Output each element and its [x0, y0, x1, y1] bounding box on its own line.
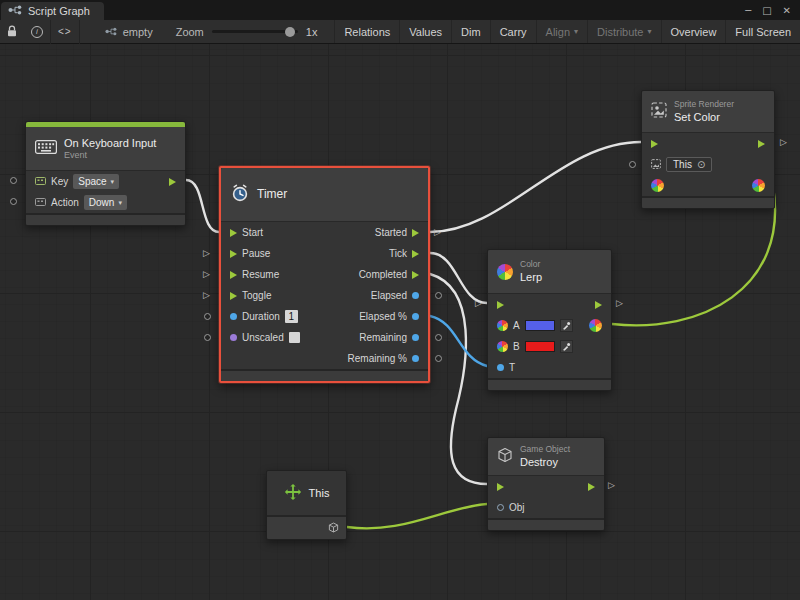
- node-timer[interactable]: Timer Start Started Pause Tick Resume Co…: [219, 166, 430, 383]
- port-elapsed-output[interactable]: [435, 292, 442, 299]
- node-color-lerp[interactable]: Color Lerp A B: [487, 249, 612, 391]
- tick-output-port[interactable]: [412, 250, 419, 258]
- t-input-port[interactable]: [497, 364, 504, 371]
- node-title: On Keyboard Input: [64, 137, 156, 149]
- graph-toolbar: i <> empty Zoom 1x Relations Values Dim …: [0, 20, 800, 44]
- script-graph-icon: [8, 5, 22, 17]
- toggle-input-port[interactable]: [230, 292, 237, 300]
- remaining-pct-output-port[interactable]: [412, 355, 419, 362]
- start-input-port[interactable]: [230, 229, 237, 237]
- remaining-output-port[interactable]: [412, 334, 419, 341]
- setcolor-flow-out-port[interactable]: [758, 140, 765, 148]
- port-action-input[interactable]: [10, 198, 17, 205]
- elapsed-pct-output-port[interactable]: [412, 313, 419, 320]
- minimize-icon[interactable]: ─: [745, 5, 751, 16]
- duration-field[interactable]: 1: [285, 310, 298, 323]
- key-dropdown[interactable]: Space: [73, 174, 119, 189]
- sprite-mini-icon: [651, 159, 661, 171]
- lerp-color-output-port[interactable]: [589, 319, 602, 332]
- lerp-flow-out-port[interactable]: [595, 301, 602, 309]
- port-setcolor-flow-out[interactable]: [780, 138, 787, 147]
- dim-button[interactable]: Dim: [451, 20, 490, 43]
- destroy-flow-in-port[interactable]: [497, 483, 504, 491]
- port-toggle-input[interactable]: [203, 291, 210, 300]
- unscaled-input-port[interactable]: [230, 334, 237, 341]
- color-input-port-connected[interactable]: [752, 179, 765, 192]
- wire-keyboard-to-timer-start[interactable]: [186, 180, 219, 232]
- resume-input-port[interactable]: [230, 271, 237, 279]
- port-label: Remaining %: [348, 353, 407, 364]
- duration-input-port[interactable]: [230, 313, 237, 320]
- info-button[interactable]: i: [24, 20, 50, 43]
- distribute-button[interactable]: Distribute: [587, 20, 660, 43]
- node-on-keyboard-input[interactable]: On Keyboard Input Event Key Space Action…: [25, 121, 186, 226]
- relations-button[interactable]: Relations: [334, 20, 399, 43]
- port-destroy-flow-out[interactable]: [608, 481, 615, 490]
- zoom-slider-handle[interactable]: [285, 27, 295, 37]
- port-started-output[interactable]: [434, 228, 441, 237]
- target-picker-icon[interactable]: ⊙: [697, 160, 705, 170]
- port-pause-input[interactable]: [203, 249, 210, 258]
- color-input-port[interactable]: [651, 179, 664, 192]
- completed-output-port[interactable]: [412, 271, 419, 279]
- port-duration-input[interactable]: [204, 313, 211, 320]
- node-subtitle: Event: [64, 151, 156, 160]
- target-value: This: [673, 159, 692, 170]
- close-icon[interactable]: ✕: [783, 5, 791, 16]
- trigger-output-port[interactable]: [169, 178, 176, 186]
- key-label: Key: [51, 176, 68, 187]
- node-set-color[interactable]: Sprite Renderer Set Color This ⊙: [641, 90, 775, 209]
- color-a-swatch[interactable]: [525, 320, 555, 331]
- pause-input-port[interactable]: [230, 250, 237, 258]
- action-row: Action Down: [26, 192, 185, 213]
- gameobject-output-port[interactable]: [328, 519, 339, 537]
- port-lerp-flow-out[interactable]: [616, 299, 623, 308]
- key-row: Key Space: [26, 171, 185, 192]
- action-type-icon: [35, 197, 46, 208]
- timer-row: Pause Tick: [221, 243, 428, 264]
- lock-button[interactable]: [0, 20, 24, 43]
- started-output-port[interactable]: [412, 229, 419, 237]
- port-unscaled-input[interactable]: [204, 334, 211, 341]
- port-lerp-flow-in[interactable]: [475, 299, 482, 308]
- zoom-slider[interactable]: [212, 30, 298, 33]
- destroy-flow-out-port[interactable]: [588, 483, 595, 491]
- wire-started-to-setcolor[interactable]: [430, 142, 641, 232]
- port-setcolor-target-in[interactable]: [629, 161, 636, 168]
- color-b-swatch[interactable]: [525, 341, 555, 352]
- code-preview-button[interactable]: <>: [51, 20, 79, 43]
- action-dropdown[interactable]: Down: [84, 195, 127, 210]
- color-a-eyedropper[interactable]: [560, 319, 573, 332]
- graph-canvas[interactable]: On Keyboard Input Event Key Space Action…: [0, 44, 800, 600]
- target-object-field[interactable]: This ⊙: [666, 157, 712, 172]
- timer-row: Start Started: [221, 222, 428, 243]
- overview-button[interactable]: Overview: [661, 20, 726, 43]
- elapsed-output-port[interactable]: [412, 292, 419, 299]
- values-button[interactable]: Values: [399, 20, 451, 43]
- align-button[interactable]: Align: [536, 20, 587, 43]
- unscaled-checkbox[interactable]: [289, 332, 300, 343]
- node-category: Sprite Renderer: [674, 100, 734, 109]
- setcolor-flow-in-port[interactable]: [651, 140, 658, 148]
- port-resume-input[interactable]: [203, 270, 210, 279]
- port-remaining-pct-output[interactable]: [435, 355, 442, 362]
- maximize-icon[interactable]: □: [762, 5, 771, 16]
- wire-this-to-obj[interactable]: [347, 504, 487, 528]
- window-titlebar: Script Graph ─ □ ✕: [0, 0, 800, 20]
- node-this[interactable]: This: [266, 470, 347, 540]
- graph-asset-icon: [105, 26, 117, 38]
- obj-input-port[interactable]: [497, 504, 504, 511]
- lerp-flow-in-port[interactable]: [497, 301, 504, 309]
- color-b-eyedropper[interactable]: [560, 340, 573, 353]
- fullscreen-button[interactable]: Full Screen: [725, 20, 800, 43]
- node-header: On Keyboard Input Event: [26, 127, 185, 171]
- carry-button[interactable]: Carry: [490, 20, 536, 43]
- move-arrows-icon: [284, 483, 302, 503]
- cube-icon: [497, 447, 513, 467]
- node-header: Timer: [221, 168, 428, 222]
- tab-script-graph[interactable]: Script Graph: [1, 2, 104, 20]
- port-remaining-output[interactable]: [435, 334, 442, 341]
- port-key-input[interactable]: [10, 177, 17, 184]
- node-footer: [267, 515, 346, 539]
- node-destroy[interactable]: Game Object Destroy Obj: [487, 437, 605, 531]
